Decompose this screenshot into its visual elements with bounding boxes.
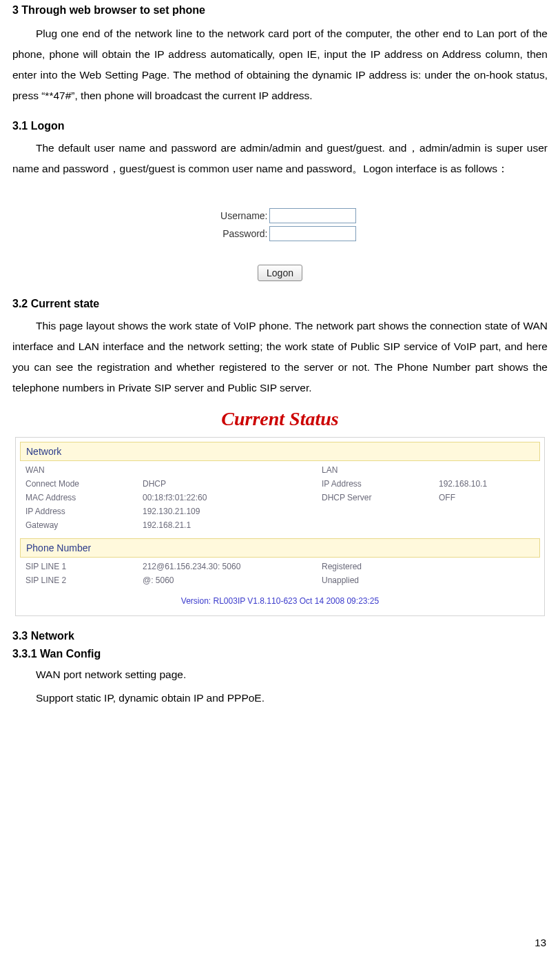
sip-line-1-status: Registered: [322, 562, 439, 571]
wan-heading: WAN: [25, 465, 143, 475]
network-grid: WAN LAN Connect Mode DHCP IP Address 192…: [16, 462, 544, 534]
paragraph-section-3-2: This page layout shows the work state of…: [12, 316, 548, 398]
sip-line-1-value: 212@61.156.234.30: 5060: [143, 562, 322, 571]
current-status-panel: Network WAN LAN Connect Mode DHCP IP Add…: [15, 437, 545, 616]
username-label: Username:: [205, 210, 269, 221]
connect-mode-label: Connect Mode: [25, 479, 143, 489]
firmware-version: Version: RL003IP V1.8.110-623 Oct 14 200…: [16, 589, 544, 615]
lan-heading: LAN: [322, 465, 439, 475]
network-band: Network: [20, 442, 540, 461]
gateway-label: Gateway: [25, 520, 143, 530]
logon-form-box: Username: Password: Logon: [205, 205, 356, 281]
document-page: 3 Through web browser to set phone Plug …: [0, 0, 560, 958]
logon-form-screenshot: Username: Password: Logon: [12, 205, 548, 281]
page-number: 13: [535, 937, 546, 948]
lan-ip-value: 192.168.10.1: [439, 479, 539, 489]
paragraph-wan-1: WAN port network setting page.: [12, 664, 548, 685]
paragraph-section-3-1: The default user name and password are a…: [12, 138, 548, 179]
current-status-title: Current Status: [12, 408, 548, 430]
username-input[interactable]: [269, 208, 356, 223]
heading-section-3-3: 3.3 Network: [12, 630, 548, 642]
phone-number-band: Phone Number: [20, 538, 540, 558]
heading-section-3-3-1: 3.3.1 Wan Config: [12, 648, 548, 660]
wan-ip-value: 192.130.21.109: [143, 507, 322, 516]
mac-label: MAC Address: [25, 493, 143, 502]
lan-ip-label: IP Address: [322, 479, 439, 489]
heading-section-3-2: 3.2 Current state: [12, 298, 548, 310]
password-input[interactable]: [269, 226, 356, 241]
connect-mode-value: DHCP: [143, 479, 322, 489]
dhcp-server-value: OFF: [439, 493, 539, 502]
sip-line-1-label: SIP LINE 1: [25, 562, 143, 571]
wan-ip-label: IP Address: [25, 507, 143, 516]
password-label: Password:: [205, 228, 269, 239]
logon-button[interactable]: Logon: [258, 265, 302, 281]
heading-section-3: 3 Through web browser to set phone: [12, 4, 548, 17]
logon-password-row: Password:: [205, 226, 356, 241]
phone-grid: SIP LINE 1 212@61.156.234.30: 5060 Regis…: [16, 559, 544, 589]
paragraph-wan-2: Support static IP, dynamic obtain IP and…: [12, 688, 548, 709]
mac-value: 00:18:f3:01:22:60: [143, 493, 322, 502]
paragraph-section-3: Plug one end of the network line to the …: [12, 23, 548, 106]
sip-line-2-label: SIP LINE 2: [25, 575, 143, 585]
sip-line-2-value: @: 5060: [143, 575, 322, 585]
sip-line-2-status: Unapplied: [322, 575, 439, 585]
logon-username-row: Username:: [205, 208, 356, 223]
gateway-value: 192.168.21.1: [143, 520, 322, 530]
dhcp-server-label: DHCP Server: [322, 493, 439, 502]
logon-button-row: Logon: [205, 265, 356, 281]
heading-section-3-1: 3.1 Logon: [12, 120, 548, 132]
